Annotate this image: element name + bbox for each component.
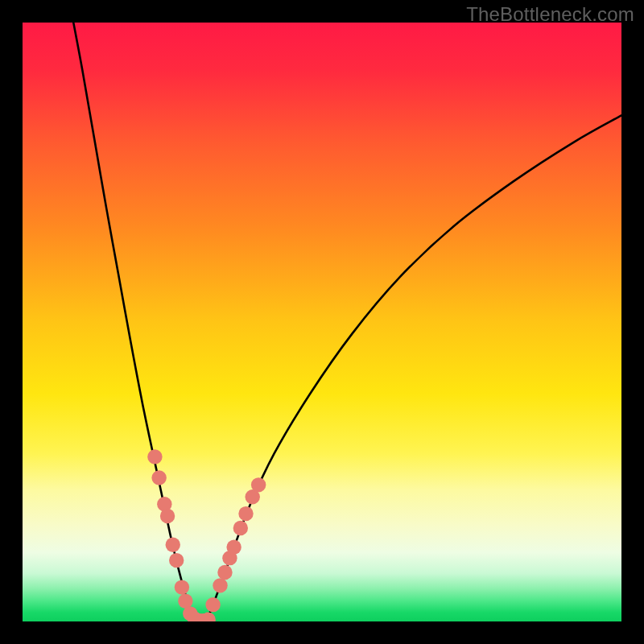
data-point bbox=[217, 565, 232, 580]
left-branch-dots bbox=[147, 449, 216, 621]
chart-frame: TheBottleneck.com bbox=[0, 0, 644, 644]
data-point bbox=[169, 553, 184, 568]
bottleneck-curve bbox=[73, 23, 621, 621]
data-point bbox=[213, 578, 227, 592]
data-point bbox=[175, 580, 189, 594]
data-point bbox=[147, 449, 162, 464]
data-point bbox=[238, 506, 253, 521]
data-point bbox=[151, 470, 166, 485]
data-point bbox=[205, 597, 220, 612]
data-point bbox=[226, 540, 241, 555]
data-point bbox=[251, 477, 266, 492]
plot-area bbox=[23, 23, 621, 621]
data-point bbox=[166, 538, 180, 552]
right-branch-dots bbox=[205, 477, 266, 612]
data-point bbox=[160, 509, 175, 523]
chart-svg bbox=[23, 23, 621, 621]
data-point bbox=[233, 521, 248, 535]
watermark: TheBottleneck.com bbox=[466, 3, 634, 26]
